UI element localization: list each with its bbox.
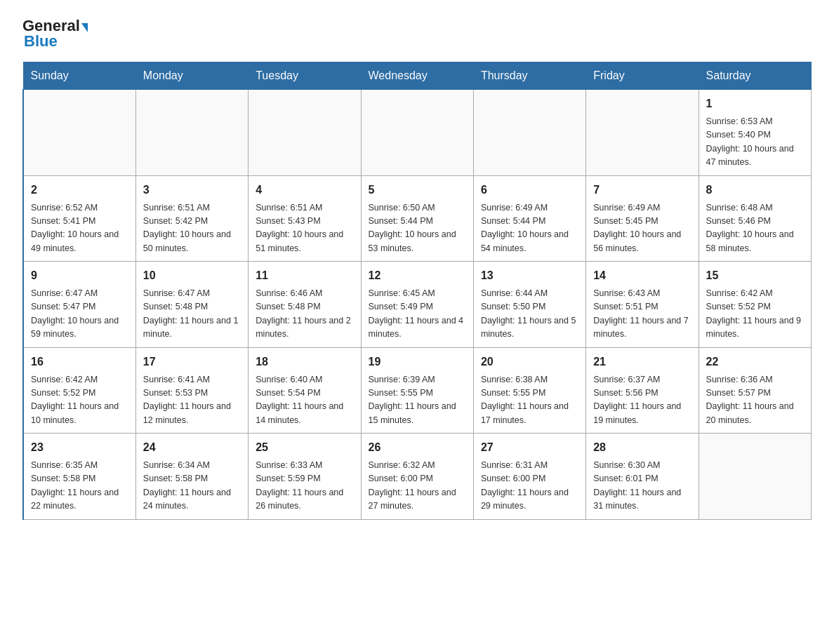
logo-triangle-icon	[81, 23, 88, 32]
day-number: 9	[31, 267, 128, 284]
calendar-cell: 24Sunrise: 6:34 AMSunset: 5:58 PMDayligh…	[135, 434, 248, 520]
day-number: 5	[369, 182, 466, 199]
calendar-cell: 22Sunrise: 6:36 AMSunset: 5:57 PMDayligh…	[699, 347, 811, 434]
calendar-cell: 11Sunrise: 6:46 AMSunset: 5:48 PMDayligh…	[249, 262, 361, 348]
day-info: Sunrise: 6:41 AMSunset: 5:53 PMDaylight:…	[143, 373, 241, 428]
day-header-thursday: Thursday	[473, 62, 585, 90]
calendar-cell	[473, 90, 585, 176]
calendar-cell: 17Sunrise: 6:41 AMSunset: 5:53 PMDayligh…	[135, 347, 248, 434]
day-number: 6	[481, 182, 578, 199]
calendar-cell	[23, 90, 135, 176]
page-header: General Blue	[22, 17, 812, 51]
calendar-cell: 2Sunrise: 6:52 AMSunset: 5:41 PMDaylight…	[23, 175, 135, 262]
calendar-body: 1Sunrise: 6:53 AMSunset: 5:40 PMDaylight…	[23, 90, 812, 520]
calendar-cell: 10Sunrise: 6:47 AMSunset: 5:48 PMDayligh…	[135, 262, 248, 348]
day-number: 3	[143, 182, 241, 199]
day-number: 21	[593, 354, 691, 370]
day-info: Sunrise: 6:38 AMSunset: 5:55 PMDaylight:…	[481, 373, 578, 428]
day-number: 11	[256, 267, 353, 284]
calendar-cell	[135, 90, 248, 176]
calendar-cell	[249, 90, 361, 176]
day-header-sunday: Sunday	[23, 62, 135, 90]
day-header-tuesday: Tuesday	[249, 62, 361, 90]
calendar-cell: 13Sunrise: 6:44 AMSunset: 5:50 PMDayligh…	[473, 262, 585, 348]
day-info: Sunrise: 6:43 AMSunset: 5:51 PMDaylight:…	[593, 287, 691, 342]
calendar-cell	[699, 434, 811, 520]
day-number: 17	[143, 354, 241, 370]
day-info: Sunrise: 6:49 AMSunset: 5:44 PMDaylight:…	[481, 201, 578, 256]
week-row-4: 16Sunrise: 6:42 AMSunset: 5:52 PMDayligh…	[23, 347, 812, 434]
calendar-cell: 18Sunrise: 6:40 AMSunset: 5:54 PMDayligh…	[249, 347, 361, 434]
day-info: Sunrise: 6:53 AMSunset: 5:40 PMDaylight:…	[706, 115, 804, 170]
calendar-cell: 16Sunrise: 6:42 AMSunset: 5:52 PMDayligh…	[23, 347, 135, 434]
logo-blue-text: Blue	[24, 32, 58, 51]
day-number: 2	[31, 182, 128, 199]
day-info: Sunrise: 6:45 AMSunset: 5:49 PMDaylight:…	[369, 287, 466, 342]
calendar-cell: 19Sunrise: 6:39 AMSunset: 5:55 PMDayligh…	[361, 347, 473, 434]
day-number: 8	[706, 182, 804, 199]
day-number: 20	[481, 354, 578, 370]
calendar-cell	[361, 90, 473, 176]
day-number: 23	[31, 439, 128, 456]
day-info: Sunrise: 6:46 AMSunset: 5:48 PMDaylight:…	[256, 287, 353, 342]
day-info: Sunrise: 6:33 AMSunset: 5:59 PMDaylight:…	[256, 459, 353, 514]
calendar-cell	[586, 90, 699, 176]
calendar-cell: 5Sunrise: 6:50 AMSunset: 5:44 PMDaylight…	[361, 175, 473, 262]
calendar-cell: 23Sunrise: 6:35 AMSunset: 5:58 PMDayligh…	[23, 434, 135, 520]
day-info: Sunrise: 6:30 AMSunset: 6:01 PMDaylight:…	[593, 459, 691, 514]
day-number: 10	[143, 267, 241, 284]
day-info: Sunrise: 6:47 AMSunset: 5:47 PMDaylight:…	[31, 287, 128, 342]
week-row-2: 2Sunrise: 6:52 AMSunset: 5:41 PMDaylight…	[23, 175, 812, 262]
day-header-saturday: Saturday	[699, 62, 811, 90]
logo: General Blue	[22, 17, 88, 51]
calendar-cell: 28Sunrise: 6:30 AMSunset: 6:01 PMDayligh…	[586, 434, 699, 520]
calendar-cell: 6Sunrise: 6:49 AMSunset: 5:44 PMDaylight…	[473, 175, 585, 262]
day-number: 27	[481, 439, 578, 456]
day-info: Sunrise: 6:49 AMSunset: 5:45 PMDaylight:…	[593, 201, 691, 256]
day-info: Sunrise: 6:42 AMSunset: 5:52 PMDaylight:…	[706, 287, 804, 342]
day-info: Sunrise: 6:40 AMSunset: 5:54 PMDaylight:…	[256, 373, 353, 428]
day-header-monday: Monday	[135, 62, 248, 90]
day-number: 13	[481, 267, 578, 284]
calendar-cell: 27Sunrise: 6:31 AMSunset: 6:00 PMDayligh…	[473, 434, 585, 520]
week-row-3: 9Sunrise: 6:47 AMSunset: 5:47 PMDaylight…	[23, 262, 812, 348]
calendar-cell: 4Sunrise: 6:51 AMSunset: 5:43 PMDaylight…	[249, 175, 361, 262]
day-number: 4	[256, 182, 353, 199]
day-info: Sunrise: 6:51 AMSunset: 5:42 PMDaylight:…	[143, 201, 241, 256]
calendar-cell: 8Sunrise: 6:48 AMSunset: 5:46 PMDaylight…	[699, 175, 811, 262]
calendar-cell: 3Sunrise: 6:51 AMSunset: 5:42 PMDaylight…	[135, 175, 248, 262]
days-of-week-row: SundayMondayTuesdayWednesdayThursdayFrid…	[23, 62, 812, 90]
day-info: Sunrise: 6:42 AMSunset: 5:52 PMDaylight:…	[31, 373, 128, 428]
day-info: Sunrise: 6:44 AMSunset: 5:50 PMDaylight:…	[481, 287, 578, 342]
day-info: Sunrise: 6:48 AMSunset: 5:46 PMDaylight:…	[706, 201, 804, 256]
day-number: 12	[369, 267, 466, 284]
day-number: 22	[706, 354, 804, 370]
day-number: 18	[256, 354, 353, 370]
week-row-1: 1Sunrise: 6:53 AMSunset: 5:40 PMDaylight…	[23, 90, 812, 176]
day-number: 28	[593, 439, 691, 456]
day-number: 26	[369, 439, 466, 456]
day-info: Sunrise: 6:35 AMSunset: 5:58 PMDaylight:…	[31, 459, 128, 514]
day-number: 15	[706, 267, 804, 284]
day-info: Sunrise: 6:50 AMSunset: 5:44 PMDaylight:…	[369, 201, 466, 256]
day-number: 16	[31, 354, 128, 370]
calendar-cell: 9Sunrise: 6:47 AMSunset: 5:47 PMDaylight…	[23, 262, 135, 348]
day-info: Sunrise: 6:37 AMSunset: 5:56 PMDaylight:…	[593, 373, 691, 428]
calendar-table: SundayMondayTuesdayWednesdayThursdayFrid…	[22, 62, 812, 520]
calendar-cell: 14Sunrise: 6:43 AMSunset: 5:51 PMDayligh…	[586, 262, 699, 348]
day-info: Sunrise: 6:52 AMSunset: 5:41 PMDaylight:…	[31, 201, 128, 256]
calendar-cell: 21Sunrise: 6:37 AMSunset: 5:56 PMDayligh…	[586, 347, 699, 434]
calendar-cell: 12Sunrise: 6:45 AMSunset: 5:49 PMDayligh…	[361, 262, 473, 348]
calendar-header: SundayMondayTuesdayWednesdayThursdayFrid…	[23, 62, 812, 90]
week-row-5: 23Sunrise: 6:35 AMSunset: 5:58 PMDayligh…	[23, 434, 812, 520]
day-number: 25	[256, 439, 353, 456]
calendar-cell: 20Sunrise: 6:38 AMSunset: 5:55 PMDayligh…	[473, 347, 585, 434]
day-header-friday: Friday	[586, 62, 699, 90]
day-info: Sunrise: 6:36 AMSunset: 5:57 PMDaylight:…	[706, 373, 804, 428]
day-info: Sunrise: 6:51 AMSunset: 5:43 PMDaylight:…	[256, 201, 353, 256]
day-info: Sunrise: 6:32 AMSunset: 6:00 PMDaylight:…	[369, 459, 466, 514]
calendar-cell: 1Sunrise: 6:53 AMSunset: 5:40 PMDaylight…	[699, 90, 811, 176]
day-info: Sunrise: 6:39 AMSunset: 5:55 PMDaylight:…	[369, 373, 466, 428]
day-number: 1	[706, 95, 804, 112]
day-info: Sunrise: 6:31 AMSunset: 6:00 PMDaylight:…	[481, 459, 578, 514]
